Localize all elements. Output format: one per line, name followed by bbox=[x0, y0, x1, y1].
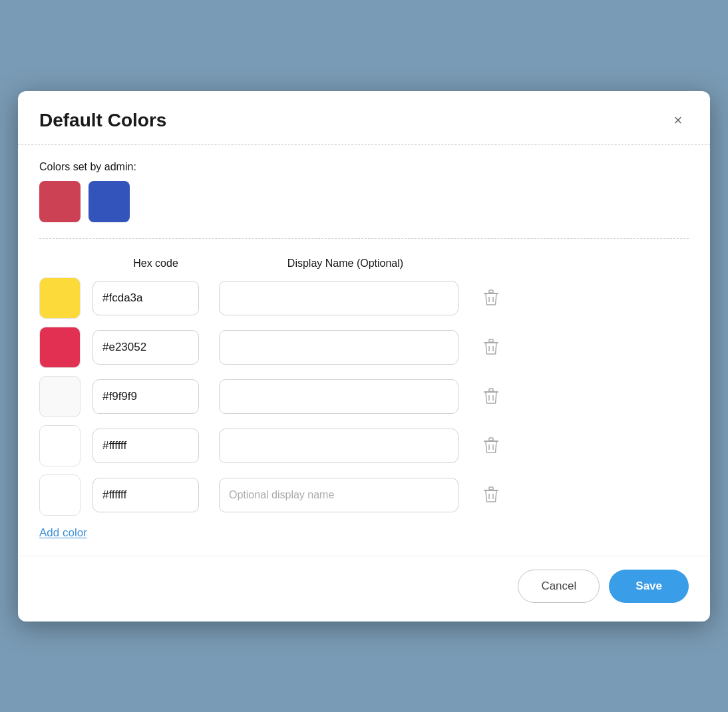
hex-input-5[interactable] bbox=[92, 478, 199, 512]
modal-title: Default Colors bbox=[39, 110, 166, 131]
trash-icon-2 bbox=[483, 338, 499, 357]
modal-body: Colors set by admin: Hex code Display Na… bbox=[18, 145, 710, 556]
col-name-header: Display Name (Optional) bbox=[219, 258, 472, 269]
delete-button-4[interactable] bbox=[477, 437, 505, 455]
table-row bbox=[39, 425, 689, 466]
col-hex-header: Hex code bbox=[92, 258, 219, 269]
svg-rect-9 bbox=[489, 389, 493, 391]
color-swatch-2 bbox=[39, 327, 81, 368]
admin-colors-section: Colors set by admin: bbox=[39, 161, 689, 222]
delete-button-5[interactable] bbox=[477, 486, 505, 504]
color-swatch-1 bbox=[39, 277, 81, 319]
section-divider bbox=[39, 238, 689, 239]
col-empty bbox=[39, 258, 92, 269]
delete-button-3[interactable] bbox=[477, 387, 505, 406]
name-input-5[interactable] bbox=[219, 478, 458, 512]
col-action-empty bbox=[472, 258, 505, 269]
trash-icon-1 bbox=[483, 289, 499, 307]
add-color-button[interactable]: Add color bbox=[39, 516, 87, 540]
name-input-4[interactable] bbox=[219, 429, 458, 463]
save-button[interactable]: Save bbox=[609, 570, 689, 603]
color-rows-container bbox=[39, 277, 689, 516]
color-swatch-3 bbox=[39, 376, 81, 417]
modal-footer: Cancel Save bbox=[18, 556, 710, 622]
svg-rect-17 bbox=[489, 487, 493, 490]
color-swatch-5 bbox=[39, 474, 81, 516]
hex-input-3[interactable] bbox=[92, 379, 199, 414]
svg-rect-1 bbox=[489, 290, 493, 293]
admin-color-swatch-blue bbox=[89, 181, 130, 222]
svg-rect-5 bbox=[489, 339, 493, 342]
hex-input-2[interactable] bbox=[92, 330, 199, 365]
name-input-1[interactable] bbox=[219, 281, 458, 315]
trash-icon-3 bbox=[483, 387, 499, 406]
hex-input-4[interactable] bbox=[92, 429, 199, 463]
hex-input-1[interactable] bbox=[92, 281, 199, 315]
admin-colors-list bbox=[39, 181, 689, 222]
close-button[interactable]: × bbox=[667, 110, 689, 131]
table-row bbox=[39, 277, 689, 319]
trash-icon-4 bbox=[483, 437, 499, 455]
table-row bbox=[39, 376, 689, 417]
default-colors-modal: Default Colors × Colors set by admin: He… bbox=[18, 91, 710, 622]
admin-colors-label: Colors set by admin: bbox=[39, 161, 689, 173]
delete-button-2[interactable] bbox=[477, 338, 505, 357]
cancel-button[interactable]: Cancel bbox=[518, 570, 600, 603]
color-swatch-4 bbox=[39, 425, 81, 466]
name-input-2[interactable] bbox=[219, 330, 458, 365]
svg-rect-13 bbox=[489, 438, 493, 441]
admin-color-swatch-red bbox=[39, 181, 81, 222]
table-row bbox=[39, 327, 689, 368]
table-row bbox=[39, 474, 689, 516]
name-input-3[interactable] bbox=[219, 379, 458, 414]
color-table-header: Hex code Display Name (Optional) bbox=[39, 258, 689, 269]
delete-button-1[interactable] bbox=[477, 289, 505, 307]
trash-icon-5 bbox=[483, 486, 499, 504]
modal-header: Default Colors × bbox=[18, 91, 710, 144]
